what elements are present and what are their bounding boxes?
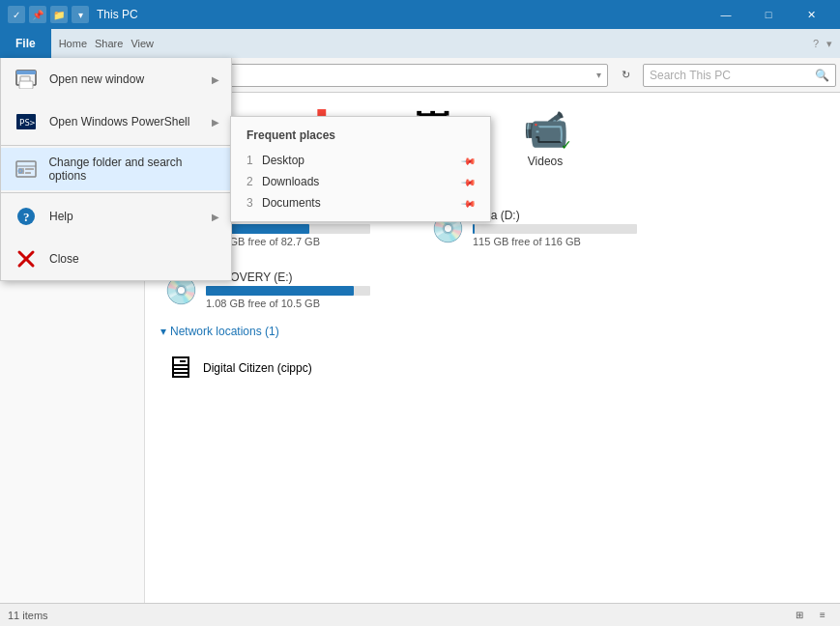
titlebar-icons: ✓ 📌 📁 ▾ <box>8 6 89 23</box>
frequent-places-panel: Frequent places 1 Desktop 📌 2 Downloads … <box>230 116 491 222</box>
svg-rect-1 <box>16 71 36 74</box>
folder-videos[interactable]: 📹 ✓ Videos <box>497 108 594 168</box>
menu-divider-2 <box>1 192 231 193</box>
help-icon: ? <box>13 203 40 230</box>
svg-text:PS>: PS> <box>19 118 36 128</box>
frequent-num-3: 3 <box>246 196 262 210</box>
frequent-desktop-label: Desktop <box>262 154 463 167</box>
frequent-item-documents[interactable]: 3 Documents 📌 <box>231 192 490 213</box>
pin-icon-2: 📌 <box>461 174 477 189</box>
titlebar-left: ✓ 📌 📁 ▾ This PC <box>8 6 138 23</box>
menu-open-powershell[interactable]: PS> Open Windows PowerShell ▶ <box>1 100 231 143</box>
refresh-button[interactable]: ↻ <box>612 62 639 89</box>
quick-access-icon[interactable]: ✓ <box>8 6 25 23</box>
videos-label: Videos <box>528 155 563 168</box>
menu-help-label: Help <box>49 210 73 223</box>
frequent-num-2: 2 <box>246 175 262 188</box>
menu-powershell-label: Open Windows PowerShell <box>49 115 189 128</box>
menu-open-new-window-label: Open new window <box>49 72 144 86</box>
frequent-num-1: 1 <box>246 154 262 167</box>
drive-e-info: RECOVERY (E:) 1.08 GB free of 10.5 GB <box>206 270 408 309</box>
svg-rect-3 <box>19 81 33 89</box>
network-header[interactable]: ▾ Network locations (1) <box>160 325 825 338</box>
menu-open-new-window[interactable]: Open new window ▶ <box>1 58 231 100</box>
close-button[interactable]: ✕ <box>790 0 832 29</box>
view-large-icons-btn[interactable]: ⊞ <box>790 607 809 624</box>
view-details-btn[interactable]: ≡ <box>813 607 832 624</box>
menu-overlay: Open new window ▶ PS> Open Windows Power… <box>0 58 232 281</box>
statusbar: 11 items ⊞ ≡ <box>0 603 840 626</box>
powershell-icon: PS> <box>13 108 40 135</box>
drive-d-name: Data (D:) <box>473 209 675 222</box>
pin-icon-1: 📌 <box>461 153 477 168</box>
powershell-arrow-icon: ▶ <box>212 117 219 128</box>
drive-d-bar-bg <box>473 224 637 234</box>
menu-change-folder-label: Change folder and search options <box>48 156 219 183</box>
maximize-button[interactable]: □ <box>747 0 790 29</box>
frequent-places-header: Frequent places <box>231 125 490 150</box>
svg-text:?: ? <box>23 210 30 224</box>
arrow-right-icon: ▶ <box>212 74 219 85</box>
item-count: 11 items <box>8 610 48 621</box>
titlebar: ✓ 📌 📁 ▾ This PC — □ ✕ <box>0 0 840 29</box>
menu-close[interactable]: Close <box>1 238 231 280</box>
statusbar-view-controls: ⊞ ≡ <box>790 607 832 624</box>
frequent-downloads-label: Downloads <box>262 175 463 188</box>
drive-c-free: 51.6 GB free of 82.7 GB <box>206 236 408 247</box>
drive-d-free: 115 GB free of 116 GB <box>473 236 675 247</box>
ribbon-home-tab[interactable]: Home <box>59 38 87 49</box>
frequent-documents-label: Documents <box>262 196 463 210</box>
svg-rect-10 <box>25 172 31 174</box>
search-placeholder: Search This PC <box>650 69 731 82</box>
ribbon-collapse-btn[interactable]: ▾ <box>826 38 832 50</box>
drive-e-free: 1.08 GB free of 10.5 GB <box>206 298 408 309</box>
pin-icon-3: 📌 <box>461 195 477 211</box>
drive-e-bar <box>206 286 354 296</box>
ribbon-help-btn[interactable]: ? <box>813 38 819 49</box>
drive-d-bar <box>473 224 475 234</box>
network-section: ▾ Network locations (1) 🖥 Digital Citize… <box>160 325 825 389</box>
file-tab[interactable]: File <box>0 29 51 58</box>
pin-icon[interactable]: 📌 <box>29 6 46 23</box>
arrow-icon[interactable]: ▾ <box>72 6 89 23</box>
menu-close-label: Close <box>49 252 79 266</box>
folder-icon[interactable]: 📁 <box>50 6 68 23</box>
network-item-label: Digital Citizen (cippc) <box>203 361 312 375</box>
frequent-item-downloads[interactable]: 2 Downloads 📌 <box>231 171 490 192</box>
window-icon <box>13 66 40 93</box>
frequent-item-desktop[interactable]: 1 Desktop 📌 <box>231 150 490 171</box>
network-collapse-icon: ▾ <box>160 325 166 338</box>
search-bar[interactable]: Search This PC 🔍 <box>643 64 836 87</box>
menu-divider-1 <box>1 145 231 146</box>
ribbon-share-tab[interactable]: Share <box>95 38 123 49</box>
videos-folder-icon: 📹 ✓ <box>523 108 568 151</box>
window-title: This PC <box>97 8 138 21</box>
close-icon <box>13 245 40 272</box>
drive-e-name: RECOVERY (E:) <box>206 270 408 284</box>
menu-help[interactable]: ? Help ▶ <box>1 195 231 238</box>
address-dropdown-icon[interactable]: ▾ <box>596 70 601 80</box>
options-icon <box>13 156 39 183</box>
svg-rect-9 <box>25 168 34 170</box>
help-arrow-icon: ▶ <box>212 212 219 222</box>
ribbon-view-tab[interactable]: View <box>130 38 154 49</box>
drive-d-info: Data (D:) 115 GB free of 116 GB <box>473 209 675 247</box>
ribbon: File Home Share View ? ▾ <box>0 29 840 58</box>
file-menu: Open new window ▶ PS> Open Windows Power… <box>0 58 232 281</box>
network-citizen[interactable]: 🖥 Digital Citizen (cippc) <box>160 346 825 389</box>
network-label: Network locations (1) <box>170 325 279 338</box>
titlebar-controls: — □ ✕ <box>705 0 832 29</box>
search-icon[interactable]: 🔍 <box>815 69 829 82</box>
videos-badge-icon: ✓ <box>561 137 572 153</box>
network-item-icon: 🖥 <box>164 350 195 385</box>
drive-e-bar-bg <box>206 286 370 296</box>
minimize-button[interactable]: — <box>705 0 747 29</box>
menu-change-folder-options[interactable]: Change folder and search options <box>1 148 231 190</box>
